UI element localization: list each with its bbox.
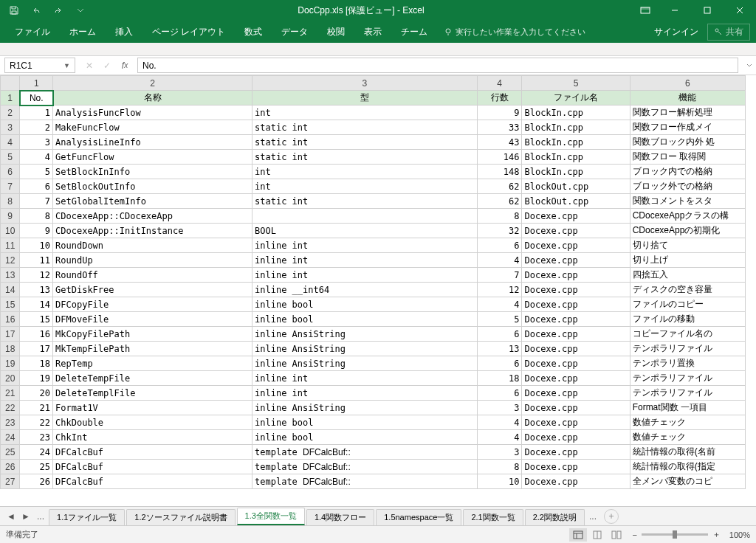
- cell-name[interactable]: AnalysisFuncFlow: [53, 106, 252, 120]
- cell-no[interactable]: 21: [20, 401, 53, 415]
- cell-type[interactable]: inline int: [252, 238, 478, 253]
- cell-desc[interactable]: 切り捨て: [630, 238, 745, 253]
- cell-desc[interactable]: 関数フロー作成メイ: [630, 120, 745, 135]
- table-row[interactable]: 1211RoundUpinline int4Docexe.cpp切り上げ: [1, 253, 746, 268]
- cell-type[interactable]: [252, 209, 478, 224]
- cell-name[interactable]: Format1V: [53, 401, 252, 415]
- row-header-16[interactable]: 16: [1, 312, 20, 327]
- header-cell-1[interactable]: 名称: [53, 91, 252, 106]
- table-row[interactable]: 32MakeFuncFlowstatic int33BlockIn.cpp関数フ…: [1, 120, 746, 135]
- cell-file[interactable]: Docexe.cpp: [522, 415, 630, 430]
- cell-type[interactable]: inline AnsiString: [252, 342, 478, 356]
- table-row[interactable]: 1413GetDiskFreeinline __int6412Docexe.cp…: [1, 283, 746, 297]
- cell-desc[interactable]: テンポラリファイル: [630, 342, 745, 356]
- cell-type[interactable]: inline int: [252, 253, 478, 268]
- cell-file[interactable]: Docexe.cpp: [522, 386, 630, 401]
- cell-name[interactable]: ChkInt: [53, 430, 252, 445]
- cell-no[interactable]: 17: [20, 342, 53, 356]
- table-row[interactable]: 98CDocexeApp::CDocexeApp8Docexe.cppCDoce…: [1, 209, 746, 224]
- cell-name[interactable]: DFCalcBuf: [53, 474, 252, 489]
- row-header-8[interactable]: 8: [1, 194, 20, 209]
- cell-type[interactable]: template DFCalcBuf::: [252, 474, 478, 489]
- cell-no[interactable]: 13: [20, 283, 53, 297]
- cell-lines[interactable]: 3: [477, 401, 522, 415]
- cell-name[interactable]: DeleteTempFile: [53, 371, 252, 386]
- cell-file[interactable]: Docexe.cpp: [522, 460, 630, 474]
- cell-name[interactable]: CDocexeApp::InitInstance: [53, 224, 252, 238]
- cell-type[interactable]: inline bool: [252, 430, 478, 445]
- ribbon-options-icon[interactable]: [632, 0, 659, 21]
- sheet-tab[interactable]: 2.2関数説明: [525, 509, 585, 525]
- view-page-layout-icon[interactable]: [588, 528, 606, 542]
- cell-no[interactable]: 12: [20, 268, 53, 283]
- save-icon[interactable]: [4, 2, 24, 18]
- cell-type[interactable]: inline int: [252, 268, 478, 283]
- cell-lines[interactable]: 4: [477, 297, 522, 312]
- cell-lines[interactable]: 12: [477, 283, 522, 297]
- cell-file[interactable]: BlockIn.cpp: [522, 120, 630, 135]
- signin-link[interactable]: サインイン: [654, 26, 698, 38]
- cell-lines[interactable]: 33: [477, 120, 522, 135]
- cell-no[interactable]: 26: [20, 474, 53, 489]
- view-normal-icon[interactable]: [569, 528, 587, 542]
- cell-name[interactable]: ChkDouble: [53, 415, 252, 430]
- row-header-23[interactable]: 23: [1, 415, 20, 430]
- tab-layout[interactable]: ページ レイアウト: [143, 21, 234, 43]
- cell-type[interactable]: inline AnsiString: [252, 356, 478, 371]
- sheet-overflow-left[interactable]: ...: [34, 511, 47, 522]
- table-row[interactable]: 1716MkCopyFilePathinline AnsiString6Doce…: [1, 327, 746, 342]
- cell-name[interactable]: RoundUp: [53, 253, 252, 268]
- cell-desc[interactable]: 統計情報の取得(指定: [630, 460, 745, 474]
- table-row[interactable]: 2019DeleteTempFileinline int18Docexe.cpp…: [1, 371, 746, 386]
- row-header-6[interactable]: 6: [1, 165, 20, 179]
- undo-icon[interactable]: [27, 2, 46, 18]
- select-all-corner[interactable]: [1, 76, 20, 91]
- row-header-18[interactable]: 18: [1, 342, 20, 356]
- name-box[interactable]: R1C1 ▼: [4, 58, 75, 73]
- cell-desc[interactable]: Format関数 一項目: [630, 401, 745, 415]
- cell-desc[interactable]: テンポラリファイル: [630, 371, 745, 386]
- cell-desc[interactable]: ブロック外での格納: [630, 179, 745, 194]
- col-header-4[interactable]: 4: [477, 76, 522, 91]
- cell-name[interactable]: DFCopyFile: [53, 297, 252, 312]
- cell-desc[interactable]: コピーファイル名の: [630, 327, 745, 342]
- cell-file[interactable]: Docexe.cpp: [522, 268, 630, 283]
- cell-no[interactable]: 7: [20, 194, 53, 209]
- cell-file[interactable]: Docexe.cpp: [522, 327, 630, 342]
- table-row[interactable]: 65SetBlockInInfoint148BlockIn.cppブロック内での…: [1, 165, 746, 179]
- row-header-19[interactable]: 19: [1, 356, 20, 371]
- cell-type[interactable]: inline AnsiString: [252, 401, 478, 415]
- cell-no[interactable]: 20: [20, 386, 53, 401]
- cell-file[interactable]: Docexe.cpp: [522, 371, 630, 386]
- cell-desc[interactable]: 統計情報の取得(名前: [630, 445, 745, 460]
- tab-insert[interactable]: 挿入: [106, 21, 142, 43]
- col-header-6[interactable]: 6: [630, 76, 745, 91]
- cell-no[interactable]: 18: [20, 356, 53, 371]
- cell-desc[interactable]: 関数フロー 取得関: [630, 150, 745, 165]
- cell-type[interactable]: template DFCalcBuf::: [252, 460, 478, 474]
- cell-type[interactable]: inline __int64: [252, 283, 478, 297]
- row-header-3[interactable]: 3: [1, 120, 20, 135]
- cell-desc[interactable]: テンポラリ置換: [630, 356, 745, 371]
- row-header-21[interactable]: 21: [1, 386, 20, 401]
- table-row[interactable]: 109CDocexeApp::InitInstanceBOOL32Docexe.…: [1, 224, 746, 238]
- cell-desc[interactable]: CDocexeAppの初期化: [630, 224, 745, 238]
- cell-no[interactable]: 22: [20, 415, 53, 430]
- cell-lines[interactable]: 10: [477, 474, 522, 489]
- col-header-1[interactable]: 1: [20, 76, 53, 91]
- sheet-tab[interactable]: 1.2ソースファイル説明書: [126, 509, 235, 525]
- col-header-2[interactable]: 2: [53, 76, 252, 91]
- cell-lines[interactable]: 6: [477, 238, 522, 253]
- cell-lines[interactable]: 6: [477, 386, 522, 401]
- cell-lines[interactable]: 62: [477, 194, 522, 209]
- spreadsheet-table[interactable]: 1234561No.名称型行数ファイル名機能21AnalysisFuncFlow…: [0, 75, 746, 489]
- cell-type[interactable]: inline int: [252, 371, 478, 386]
- cell-desc[interactable]: ファイルのコピー: [630, 297, 745, 312]
- cell-lines[interactable]: 7: [477, 268, 522, 283]
- cell-no[interactable]: 9: [20, 224, 53, 238]
- cell-lines[interactable]: 148: [477, 165, 522, 179]
- cell-no[interactable]: 2: [20, 120, 53, 135]
- cell-lines[interactable]: 8: [477, 209, 522, 224]
- row-header-25[interactable]: 25: [1, 445, 20, 460]
- cell-type[interactable]: int: [252, 165, 478, 179]
